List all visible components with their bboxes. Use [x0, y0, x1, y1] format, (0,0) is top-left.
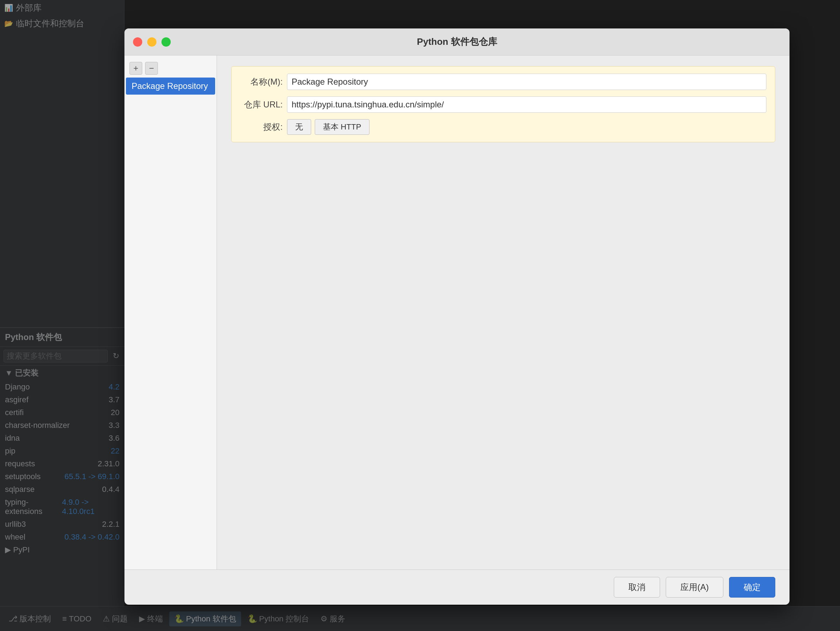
name-row: 名称(M): [240, 74, 766, 90]
dialog-body: + − Package Repository 名称(M): 仓库 UR [125, 55, 789, 569]
dialog-form-panel: 名称(M): 仓库 URL: 授权: 无 基本 HTTP [217, 55, 789, 569]
remove-icon: − [149, 63, 154, 73]
remove-repository-button[interactable]: − [145, 62, 158, 75]
cancel-button[interactable]: 取消 [614, 577, 660, 598]
auth-label: 授权: [240, 121, 283, 133]
confirm-button[interactable]: 确定 [729, 577, 775, 598]
repository-form: 名称(M): 仓库 URL: 授权: 无 基本 HTTP [231, 66, 775, 142]
name-label: 名称(M): [240, 76, 283, 87]
auth-row: 授权: 无 基本 HTTP [240, 119, 766, 135]
repository-list-item-selected[interactable]: Package Repository [126, 77, 215, 95]
minimize-button[interactable] [147, 37, 156, 47]
apply-button[interactable]: 应用(A) [666, 577, 723, 598]
add-icon: + [133, 63, 138, 73]
dialog-footer: 取消 应用(A) 确定 [125, 569, 789, 605]
maximize-button[interactable] [161, 37, 171, 47]
dialog-list-panel: + − Package Repository [125, 55, 217, 569]
close-button[interactable] [133, 37, 142, 47]
url-row: 仓库 URL: [240, 96, 766, 113]
dialog-title: Python 软件包仓库 [417, 36, 497, 48]
repository-name: Package Repository [132, 81, 208, 91]
auth-basic-http-button[interactable]: 基本 HTTP [315, 119, 369, 135]
name-input[interactable] [287, 74, 766, 90]
url-input[interactable] [287, 96, 766, 113]
repository-dialog: Python 软件包仓库 + − Package Repository 名 [125, 28, 789, 605]
traffic-lights [133, 37, 171, 47]
auth-section: 无 基本 HTTP [287, 119, 369, 135]
auth-none-button[interactable]: 无 [287, 119, 311, 135]
add-repository-button[interactable]: + [129, 62, 142, 75]
url-label: 仓库 URL: [240, 99, 283, 110]
dialog-titlebar: Python 软件包仓库 [125, 28, 789, 55]
list-toolbar: + − [125, 59, 216, 77]
